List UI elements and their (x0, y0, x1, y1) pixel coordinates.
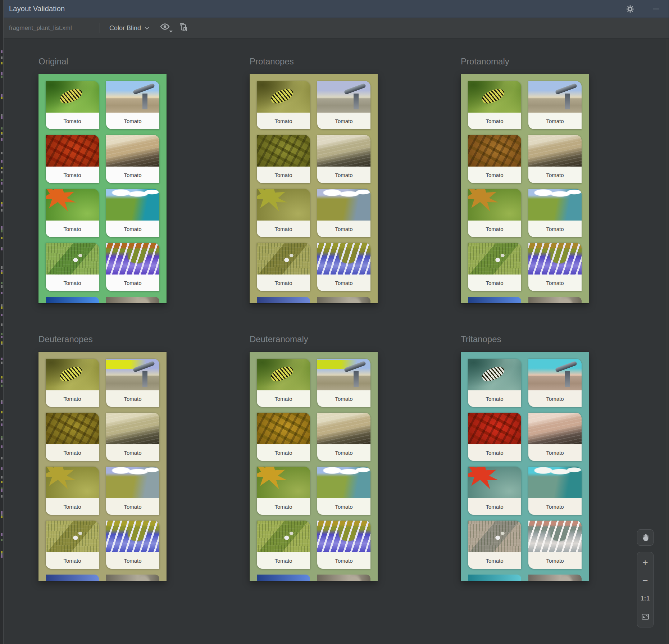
card-title: Tomato (106, 275, 159, 291)
preview-panel-deuteranomaly[interactable]: Deuteranomaly TomatoTomatoTomatoTomatoTo… (250, 334, 378, 581)
zoom-in-button[interactable]: + (637, 554, 653, 572)
plant-card: Tomato (468, 413, 521, 461)
preview-panel-tritanopes[interactable]: Tritanopes TomatoTomatoTomatoTomatoTomat… (461, 334, 589, 581)
plant-card: Tomato (468, 359, 521, 407)
card-title: Tomato (257, 275, 310, 291)
plant-card: Tomato (528, 413, 582, 461)
panel-device-frame[interactable]: TomatoTomatoTomatoTomatoTomatoTomatoToma… (250, 74, 378, 303)
photo-gray-mountains (106, 575, 159, 581)
photo-purple-river (528, 521, 582, 552)
plant-card: Tomato (528, 135, 582, 183)
minimize-icon[interactable] (650, 3, 662, 15)
plant-card: Tomato (46, 413, 99, 461)
plant-card: Tomato (46, 135, 99, 183)
copy-stack-icon (179, 23, 188, 32)
editor-edge-strip (0, 0, 4, 644)
photo-gray-mountains (106, 297, 159, 303)
zoom-out-button[interactable]: − (637, 572, 653, 590)
photo-red-maple-leaves (257, 413, 310, 444)
panel-device-frame[interactable]: TomatoTomatoTomatoTomatoTomatoTomatoToma… (38, 74, 167, 303)
card-title: Tomato (528, 444, 582, 461)
plant-card: Tomato (317, 467, 370, 515)
photo-wood-railing (317, 413, 370, 444)
panel-device-frame[interactable]: TomatoTomatoTomatoTomatoTomatoTomatoToma… (250, 352, 378, 581)
scrollbar-track[interactable] (666, 39, 669, 644)
zoom-to-fit-button[interactable] (637, 608, 653, 626)
plant-card: Tomato (257, 521, 310, 569)
card-title: Tomato (317, 275, 370, 291)
photo-gray-mountains (528, 297, 582, 303)
plant-card-partial (528, 575, 582, 581)
plant-card: Tomato (46, 243, 99, 291)
preview-panel-protanopes[interactable]: Protanopes TomatoTomatoTomatoTomatoTomat… (250, 56, 378, 303)
photo-blue-sky (468, 297, 521, 303)
preview-panel-original[interactable]: Original TomatoTomatoTomatoTomatoTomatoT… (38, 56, 167, 303)
photo-wood-railing (106, 413, 159, 444)
card-title: Tomato (317, 167, 370, 183)
card-title: Tomato (468, 444, 521, 461)
panel-device-frame[interactable]: TomatoTomatoTomatoTomatoTomatoTomatoToma… (38, 352, 167, 581)
card-title: Tomato (257, 552, 310, 569)
plant-card: Tomato (46, 359, 99, 407)
toolbar-divider (100, 23, 100, 33)
photo-wood-railing (317, 135, 370, 167)
settings-gear-icon[interactable] (624, 3, 636, 15)
photo-wood-railing (106, 135, 159, 167)
photo-coastline-aerial (317, 189, 370, 221)
card-title: Tomato (317, 390, 370, 407)
card-title: Tomato (528, 498, 582, 515)
plant-card: Tomato (317, 243, 370, 291)
plant-card: Tomato (106, 243, 159, 291)
pan-button[interactable] (637, 529, 654, 546)
card-title: Tomato (528, 113, 582, 129)
plant-card: Tomato (46, 189, 99, 237)
plant-card-partial (257, 297, 310, 303)
card-title: Tomato (46, 275, 99, 291)
plant-card-partial (528, 297, 582, 303)
card-title: Tomato (46, 113, 99, 129)
card-title: Tomato (106, 390, 159, 407)
panel-title: Original (38, 56, 167, 68)
photo-caterpillar (468, 359, 521, 390)
preview-panel-protanomaly[interactable]: Protanomaly TomatoTomatoTomatoTomatoToma… (461, 56, 589, 303)
preview-panel-deuteranopes[interactable]: Deuteranopes TomatoTomatoTomatoTomatoTom… (38, 334, 167, 581)
panel-title: Tritanopes (461, 334, 589, 346)
photo-coastline-aerial (528, 189, 582, 221)
photo-caterpillar (46, 81, 99, 113)
photo-maple-leaf (468, 467, 521, 498)
panel-device-frame[interactable]: TomatoTomatoTomatoTomatoTomatoTomatoToma… (461, 74, 589, 303)
card-title: Tomato (468, 275, 521, 291)
plant-card: Tomato (106, 81, 159, 129)
photo-purple-river (317, 521, 370, 552)
hand-icon (641, 533, 650, 542)
photo-caterpillar (468, 81, 521, 113)
plant-card-partial (46, 297, 99, 303)
photo-blue-sky (46, 575, 99, 581)
plant-card: Tomato (106, 189, 159, 237)
photo-telescope-city (528, 81, 582, 113)
card-title: Tomato (317, 498, 370, 515)
card-title: Tomato (528, 221, 582, 237)
card-title: Tomato (46, 221, 99, 237)
plant-card: Tomato (528, 359, 582, 407)
photo-caterpillar (257, 81, 310, 113)
plant-card: Tomato (257, 359, 310, 407)
panel-device-frame[interactable]: TomatoTomatoTomatoTomatoTomatoTomatoToma… (461, 352, 589, 581)
plant-card-partial (106, 297, 159, 303)
colorblind-mode-dropdown[interactable]: Color Blind (106, 23, 152, 34)
plant-card: Tomato (106, 467, 159, 515)
eye-icon (160, 23, 170, 30)
copy-stack-button[interactable] (178, 21, 189, 35)
card-title: Tomato (46, 444, 99, 461)
plant-card: Tomato (106, 521, 159, 569)
layout-validation-tool-window: Layout Validation fragment_plant_list.xm… (0, 0, 669, 644)
card-title: Tomato (257, 498, 310, 515)
photo-telescope-city (528, 359, 582, 390)
plant-card: Tomato (528, 189, 582, 237)
plant-card: Tomato (257, 189, 310, 237)
zoom-actual-size-button[interactable]: 1:1 (637, 590, 653, 608)
fit-to-screen-icon (641, 613, 649, 621)
photo-blue-sky (468, 575, 521, 581)
visibility-eye-button[interactable] (158, 22, 172, 34)
chevron-down-icon (145, 27, 149, 30)
